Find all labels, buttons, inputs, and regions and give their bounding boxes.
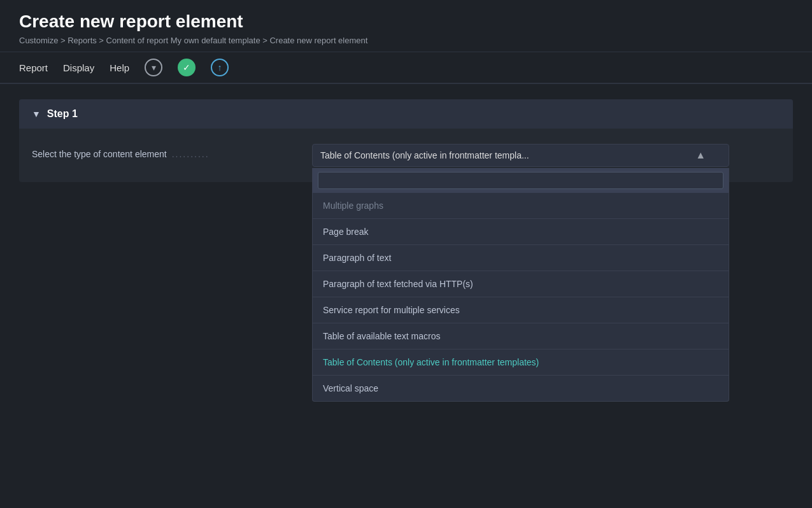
- dropdown-selected[interactable]: Table of Contents (only active in frontm…: [312, 144, 729, 167]
- dropdown-option-table-of-contents[interactable]: Table of Contents (only active in frontm…: [313, 349, 729, 376]
- step-body: Select the type of content element .....…: [19, 129, 793, 182]
- step-header[interactable]: ▼ Step 1: [19, 99, 793, 129]
- breadcrumb: Customize > Reports > Content of report …: [19, 36, 793, 45]
- page-title: Create new report element: [19, 11, 793, 32]
- step-collapse-arrow: ▼: [32, 109, 41, 119]
- dropdown-search-container: [313, 168, 729, 193]
- dropdown-option-multiple-graphs[interactable]: Multiple graphs: [313, 193, 729, 219]
- toolbar: Report Display Help ▾ ✓ ↑: [0, 52, 812, 84]
- page-header: Create new report element Customize > Re…: [0, 0, 812, 52]
- main-content: ▼ Step 1 Select the type of content elem…: [0, 84, 812, 197]
- dropdown-option-paragraph-http[interactable]: Paragraph of text fetched via HTTP(s): [313, 271, 729, 297]
- step-label-dots: ..........: [172, 149, 210, 159]
- upload-button[interactable]: ↑: [211, 59, 229, 76]
- dropdown-options: Multiple graphsPage breakParagraph of te…: [313, 193, 729, 401]
- dropdown-arrow-icon: ▲: [695, 150, 706, 161]
- check-icon: ✓: [183, 62, 190, 73]
- content-type-dropdown[interactable]: Table of Contents (only active in frontm…: [312, 144, 729, 167]
- step-label: Select the type of content element .....…: [32, 144, 299, 159]
- toolbar-display[interactable]: Display: [63, 60, 94, 76]
- dropdown-option-vertical-space[interactable]: Vertical space: [313, 376, 729, 401]
- dropdown-option-table-text-macros[interactable]: Table of available text macros: [313, 323, 729, 349]
- dropdown-selected-text: Table of Contents (only active in frontm…: [320, 150, 690, 160]
- dropdown-option-paragraph-of-text[interactable]: Paragraph of text: [313, 245, 729, 271]
- dropdown-list: Multiple graphsPage breakParagraph of te…: [312, 168, 729, 402]
- dropdown-option-service-report[interactable]: Service report for multiple services: [313, 297, 729, 323]
- toolbar-report[interactable]: Report: [19, 60, 48, 76]
- upload-icon: ↑: [218, 62, 222, 73]
- chevron-down-button[interactable]: ▾: [145, 59, 162, 76]
- chevron-down-icon: ▾: [152, 62, 156, 73]
- step-title: Step 1: [47, 108, 78, 120]
- toolbar-help[interactable]: Help: [110, 60, 129, 76]
- confirm-button[interactable]: ✓: [178, 59, 196, 76]
- dropdown-search-input[interactable]: [318, 172, 723, 189]
- step-section: ▼ Step 1 Select the type of content elem…: [19, 99, 793, 182]
- dropdown-option-page-break[interactable]: Page break: [313, 219, 729, 245]
